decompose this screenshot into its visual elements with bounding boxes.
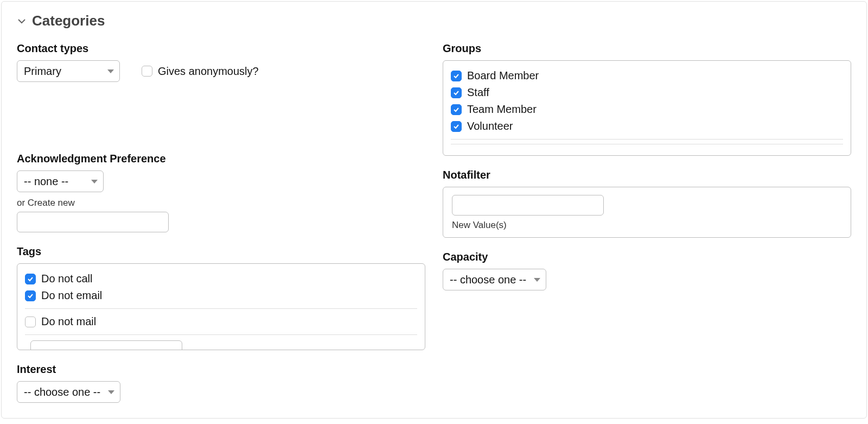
tags-item-label: Do not call — [41, 273, 93, 285]
contact-types-selected: Primary — [24, 64, 61, 78]
contact-types-label: Contact types — [17, 42, 425, 55]
contact-types-field: Contact types Primary Gives anonymously? — [17, 42, 425, 82]
gives-anonymously-label: Gives anonymously? — [158, 65, 259, 78]
groups-item-label: Board Member — [467, 69, 539, 82]
caret-down-icon — [91, 180, 98, 183]
panel-header[interactable]: Categories — [17, 12, 851, 29]
capacity-field: Capacity -- choose one -- — [443, 251, 851, 290]
groups-item[interactable]: Team Member — [451, 101, 843, 118]
capacity-selected: -- choose one -- — [450, 273, 526, 287]
tags-item[interactable]: Do not call — [25, 270, 417, 287]
groups-item-checkbox[interactable] — [451, 87, 462, 98]
notafilter-label: Notafilter — [443, 169, 851, 181]
divider — [25, 334, 417, 335]
groups-item[interactable]: Staff — [451, 84, 843, 101]
groups-item-checkbox[interactable] — [451, 71, 462, 81]
interest-selected: -- choose one -- — [24, 385, 100, 399]
tags-new-input[interactable] — [30, 340, 182, 350]
notafilter-caption: New Value(s) — [452, 220, 842, 231]
right-column: Groups Board MemberStaffTeam MemberVolun… — [443, 42, 851, 403]
panel-title: Categories — [32, 12, 105, 29]
tags-item-label: Do not email — [41, 289, 102, 302]
groups-item-checkbox[interactable] — [451, 121, 462, 132]
tags-item-label: Do not mail — [41, 315, 96, 328]
caret-down-icon — [108, 390, 114, 394]
ack-pref-create-new-input[interactable] — [17, 212, 169, 232]
tags-item[interactable]: Do not email — [25, 287, 417, 304]
groups-item[interactable]: Board Member — [451, 67, 843, 84]
ack-pref-select[interactable]: -- none -- — [17, 170, 104, 192]
ack-pref-label: Acknowledgment Preference — [17, 153, 425, 165]
contact-types-select[interactable]: Primary — [17, 60, 120, 82]
tags-item-checkbox[interactable] — [25, 274, 36, 284]
divider — [25, 308, 417, 309]
interest-select[interactable]: -- choose one -- — [17, 381, 120, 403]
categories-panel: Categories Contact types Primary Gives a — [1, 1, 867, 419]
caret-down-icon — [534, 278, 540, 282]
interest-label: Interest — [17, 363, 425, 376]
left-column: Contact types Primary Gives anonymously? — [17, 42, 425, 403]
gives-anonymously-checkbox[interactable] — [142, 66, 152, 77]
groups-field: Groups Board MemberStaffTeam MemberVolun… — [443, 42, 851, 156]
notafilter-field: Notafilter New Value(s) — [443, 169, 851, 238]
notafilter-box: New Value(s) — [443, 187, 851, 238]
tags-box: Do not callDo not emailDo not mail — [17, 263, 425, 350]
chevron-down-icon — [17, 16, 27, 26]
notafilter-input[interactable] — [452, 195, 604, 216]
groups-label: Groups — [443, 42, 851, 55]
capacity-label: Capacity — [443, 251, 851, 263]
groups-item-label: Volunteer — [467, 120, 513, 132]
groups-item-label: Team Member — [467, 103, 537, 116]
tags-item-checkbox[interactable] — [25, 290, 36, 301]
ack-pref-selected: -- none -- — [24, 174, 68, 188]
tags-label: Tags — [17, 245, 425, 258]
caret-down-icon — [107, 69, 114, 73]
capacity-select[interactable]: -- choose one -- — [443, 269, 546, 290]
tags-item[interactable]: Do not mail — [25, 313, 417, 330]
interest-field: Interest -- choose one -- — [17, 363, 425, 403]
groups-item[interactable]: Volunteer — [451, 118, 843, 135]
tags-item-checkbox[interactable] — [25, 317, 36, 327]
groups-box: Board MemberStaffTeam MemberVolunteer — [443, 60, 851, 156]
groups-item-checkbox[interactable] — [451, 104, 462, 115]
gives-anonymously-row[interactable]: Gives anonymously? — [142, 65, 259, 78]
groups-item-label: Staff — [467, 86, 489, 99]
tags-field: Tags Do not callDo not emailDo not mail — [17, 245, 425, 350]
ack-pref-create-new-label: or Create new — [17, 198, 425, 208]
ack-pref-field: Acknowledgment Preference -- none -- or … — [17, 153, 425, 232]
